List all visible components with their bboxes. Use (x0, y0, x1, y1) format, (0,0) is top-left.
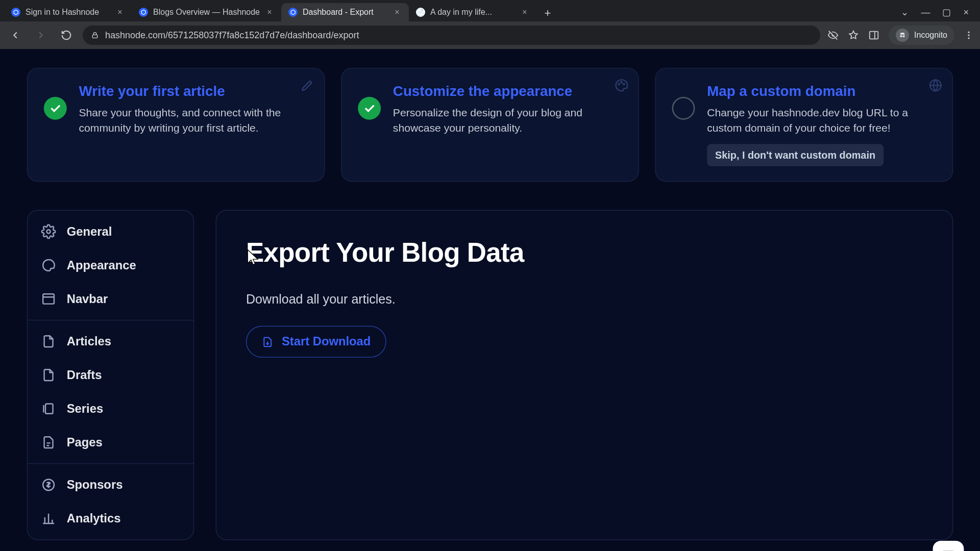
back-button[interactable] (6, 26, 24, 44)
card-desc: Share your thoughts, and connect with th… (79, 105, 308, 136)
browser-toolbar: hashnode.com/6571258037f7fa8c152d7d7e/da… (0, 21, 980, 49)
svg-point-5 (968, 34, 969, 36)
layout-icon (41, 292, 56, 307)
onboarding-cards: Write your first article Share your thou… (0, 49, 980, 182)
incognito-label: Incognito (914, 31, 947, 40)
sidebar-item-sponsors[interactable]: Sponsors (28, 468, 193, 502)
star-icon[interactable] (848, 30, 859, 41)
sidebar-item-label: Pages (67, 436, 103, 450)
skip-domain-button[interactable]: Skip, I don't want custom domain (707, 144, 884, 167)
sidebar-item-series[interactable]: Series (28, 392, 193, 426)
eye-off-icon[interactable] (827, 30, 839, 41)
svg-rect-0 (92, 35, 97, 38)
check-circle-icon (358, 97, 381, 120)
dollar-icon (41, 478, 56, 492)
empty-circle-icon (672, 97, 695, 120)
chart-icon (41, 511, 56, 526)
sidebar-item-label: Series (67, 402, 103, 416)
pencil-icon (300, 78, 315, 93)
panel-icon[interactable] (868, 30, 879, 41)
browser-tab-active[interactable]: ⬡ Dashboard - Export × (281, 3, 409, 21)
sidebar-item-pages[interactable]: Pages (28, 426, 193, 460)
sidebar-item-label: Articles (67, 335, 111, 349)
browser-tab[interactable]: ⬡ Sign in to Hashnode × (4, 3, 132, 21)
sidebar-item-label: Drafts (67, 368, 102, 383)
minimize-icon[interactable]: ― (921, 7, 930, 18)
page-icon (41, 435, 56, 450)
tab-label: A day in my life... (430, 8, 492, 17)
svg-rect-12 (43, 294, 54, 304)
tab-label: Blogs Overview — Hashnode (153, 8, 260, 17)
sidebar-item-label: Navbar (67, 292, 108, 307)
sidebar-item-analytics[interactable]: Analytics (28, 502, 193, 536)
svg-rect-1 (870, 32, 878, 39)
sidebar-item-label: General (67, 224, 112, 239)
gear-icon (41, 224, 56, 239)
onboarding-card-write[interactable]: Write your first article Share your thou… (27, 68, 325, 182)
svg-point-9 (623, 84, 624, 85)
svg-point-6 (968, 37, 969, 39)
url-text: hashnode.com/6571258037f7fa8c152d7d7e/da… (105, 30, 359, 41)
incognito-badge[interactable]: Incognito (889, 26, 954, 45)
document-icon (41, 368, 56, 383)
document-icon: 📄 (416, 8, 425, 17)
document-icon (41, 334, 56, 349)
svg-point-7 (618, 84, 619, 85)
sidebar-item-label: Appearance (67, 259, 136, 273)
sidebar-item-navbar[interactable]: Navbar (28, 282, 193, 316)
sidebar-item-articles[interactable]: Articles (28, 325, 193, 359)
forward-button[interactable] (32, 26, 50, 44)
onboarding-card-appearance[interactable]: Customize the appearance Personalize the… (341, 68, 639, 182)
sidebar-item-appearance[interactable]: Appearance (28, 248, 193, 282)
card-title: Customize the appearance (393, 83, 622, 99)
export-panel: Export Your Blog Data Download all your … (216, 210, 953, 540)
tab-label: Sign in to Hashnode (26, 8, 99, 17)
palette-icon (41, 258, 56, 273)
card-desc: Change your hashnode.dev blog URL to a c… (707, 105, 936, 136)
sidebar-item-general[interactable]: General (28, 215, 193, 248)
card-desc: Personalize the design of your blog and … (393, 105, 622, 136)
onboarding-card-domain[interactable]: Map a custom domain Change your hashnode… (655, 68, 953, 182)
download-file-icon (261, 336, 274, 348)
sidebar-item-label: Analytics (67, 512, 121, 526)
close-icon[interactable]: × (115, 8, 125, 17)
hashnode-icon: ⬡ (139, 8, 148, 17)
chevron-down-icon[interactable]: ⌄ (901, 7, 909, 18)
incognito-icon (896, 29, 909, 42)
page-title: Export Your Blog Data (246, 238, 923, 268)
browser-tab[interactable]: 📄 A day in my life... × (409, 3, 536, 21)
close-icon[interactable]: × (520, 8, 529, 17)
card-title: Write your first article (79, 83, 308, 99)
tab-label: Dashboard - Export (303, 8, 374, 17)
palette-icon (614, 78, 629, 93)
stack-icon (41, 402, 56, 416)
check-circle-icon (44, 97, 67, 120)
svg-rect-13 (45, 404, 53, 414)
window-controls: ⌄ ― ▢ × (894, 3, 976, 21)
address-bar[interactable]: hashnode.com/6571258037f7fa8c152d7d7e/da… (83, 26, 820, 45)
reload-button[interactable] (57, 26, 76, 44)
card-title: Map a custom domain (707, 83, 936, 99)
download-button-label: Start Download (282, 335, 371, 349)
lock-icon (91, 31, 99, 39)
kebab-menu-icon[interactable] (964, 30, 974, 40)
dashboard-sidebar: General Appearance Navbar (27, 210, 194, 540)
browser-tab[interactable]: ⬡ Blogs Overview — Hashnode × (132, 3, 281, 21)
close-icon[interactable]: × (265, 8, 274, 17)
hashnode-icon: ⬡ (11, 8, 20, 17)
toolbar-right: Incognito (827, 26, 974, 45)
svg-point-4 (968, 32, 969, 33)
svg-point-2 (900, 35, 902, 37)
chat-widget-button[interactable] (933, 541, 964, 551)
close-window-icon[interactable]: × (963, 7, 969, 18)
svg-point-11 (46, 230, 50, 234)
globe-icon (928, 78, 943, 93)
sidebar-item-label: Sponsors (67, 478, 123, 492)
svg-point-8 (621, 82, 622, 83)
new-tab-button[interactable]: + (540, 5, 556, 21)
start-download-button[interactable]: Start Download (246, 326, 386, 358)
maximize-icon[interactable]: ▢ (942, 7, 951, 18)
hashnode-icon: ⬡ (288, 8, 298, 17)
close-icon[interactable]: × (393, 8, 402, 17)
sidebar-item-drafts[interactable]: Drafts (28, 359, 193, 392)
